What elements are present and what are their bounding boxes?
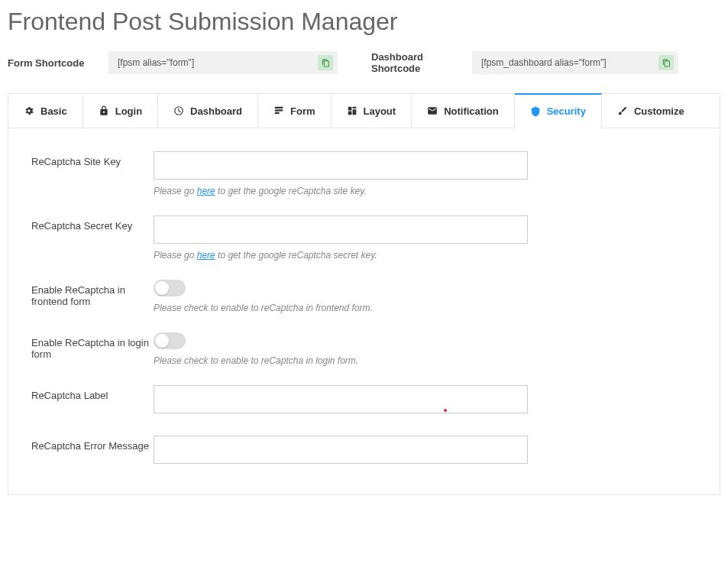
recaptcha-site-key-help: Please go here to get the google reCaptc… <box>154 186 528 196</box>
recaptcha-error-message-input[interactable] <box>154 436 528 464</box>
enable-recaptcha-login-toggle[interactable] <box>154 332 186 349</box>
enable-recaptcha-frontend-help: Please check to enable to reCaptcha in f… <box>154 303 528 313</box>
enable-recaptcha-login-label: Enable ReCaptcha in login form <box>31 332 154 366</box>
tabs-nav: Basic Login Dashboard Form Layout Notifi… <box>8 93 720 128</box>
form-shortcode-label: Form Shortcode <box>8 57 99 69</box>
recaptcha-site-key-label: ReCaptcha Site Key <box>31 151 154 196</box>
shield-icon <box>530 106 541 117</box>
recaptcha-secret-key-label: ReCaptcha Secret Key <box>31 215 154 261</box>
gauge-icon <box>173 105 184 116</box>
recaptcha-label-input[interactable] <box>154 385 528 413</box>
tab-content-security: ReCaptcha Site Key Please go here to get… <box>8 128 720 495</box>
recaptcha-label-label: ReCaptcha Label <box>31 385 154 416</box>
tab-basic[interactable]: Basic <box>8 94 83 128</box>
indicator-dot <box>444 409 447 412</box>
recaptcha-error-message-label: ReCaptcha Error Message <box>31 436 154 464</box>
dashboard-shortcode-input[interactable] <box>472 51 678 74</box>
copy-form-shortcode-button[interactable] <box>318 55 333 70</box>
recaptcha-secret-key-help: Please go here to get the google reCaptc… <box>154 250 528 261</box>
mail-icon <box>427 105 438 116</box>
tab-login[interactable]: Login <box>83 94 158 128</box>
clipboard-icon <box>322 59 330 67</box>
form-shortcode-input[interactable] <box>108 51 338 74</box>
tab-form[interactable]: Form <box>258 94 332 128</box>
lock-icon <box>99 105 109 116</box>
page-title: Frontend Post Submission Manager <box>8 8 720 36</box>
recaptcha-secret-key-help-link[interactable]: here <box>197 250 215 261</box>
tab-dashboard[interactable]: Dashboard <box>158 94 258 128</box>
enable-recaptcha-frontend-label: Enable ReCaptcha in frontend form <box>31 280 154 313</box>
copy-dashboard-shortcode-button[interactable] <box>658 55 674 70</box>
recaptcha-secret-key-input[interactable] <box>154 215 528 244</box>
clipboard-icon <box>662 59 671 67</box>
recaptcha-site-key-help-link[interactable]: here <box>197 186 215 196</box>
layout-icon <box>347 105 358 116</box>
tab-security[interactable]: Security <box>515 93 602 128</box>
form-icon <box>273 105 284 116</box>
enable-recaptcha-login-help: Please check to enable to reCaptcha in l… <box>154 355 528 366</box>
tab-layout[interactable]: Layout <box>332 94 413 128</box>
dashboard-shortcode-label: Dashboard Shortcode <box>371 51 463 74</box>
tab-customize[interactable]: Customize <box>602 94 720 128</box>
brush-icon <box>617 105 628 116</box>
tab-notification[interactable]: Notification <box>412 94 515 128</box>
recaptcha-site-key-input[interactable] <box>154 151 528 180</box>
gear-icon <box>24 105 34 116</box>
enable-recaptcha-frontend-toggle[interactable] <box>154 280 186 296</box>
shortcode-row: Form Shortcode Dashboard Shortcode <box>8 51 720 74</box>
